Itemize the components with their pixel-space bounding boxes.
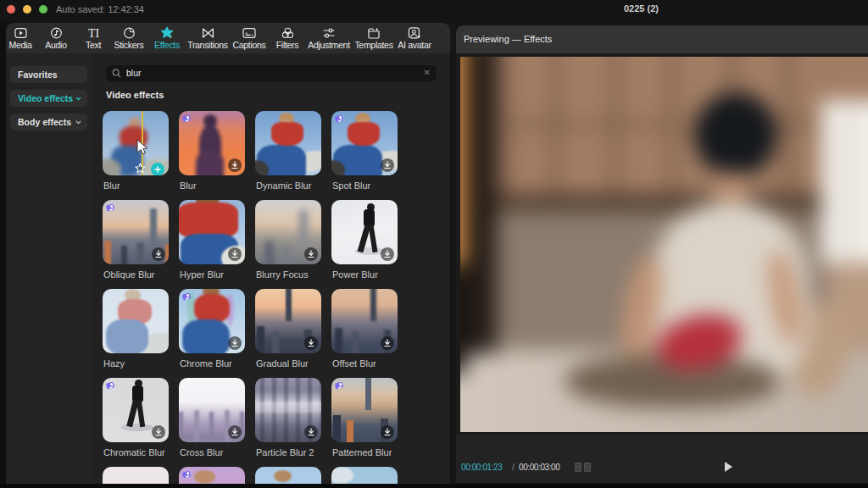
svg-text:TI: TI bbox=[87, 27, 99, 39]
